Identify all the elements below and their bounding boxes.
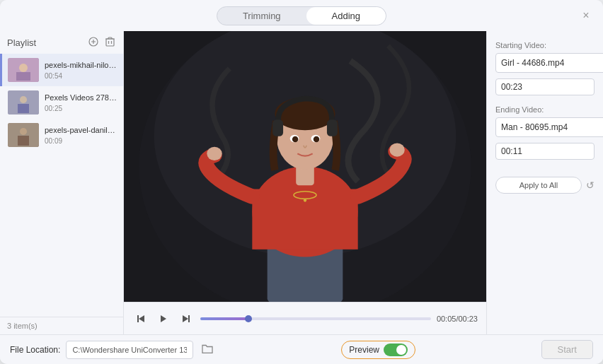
svg-rect-15 xyxy=(18,136,29,146)
tab-adding[interactable]: Adding xyxy=(306,7,386,25)
svg-rect-9 xyxy=(16,72,30,81)
playlist-item-name: Pexels Videos 2785536.mp4 xyxy=(45,93,117,102)
next-button[interactable] xyxy=(178,312,195,326)
playlist: pexels-mikhail-nilov-6740725.mp4 00:54 P… xyxy=(0,54,123,317)
starting-video-row xyxy=(495,53,595,73)
svg-point-11 xyxy=(20,96,27,103)
playlist-item-duration: 00:25 xyxy=(45,105,117,112)
preview-label: Preview xyxy=(349,345,379,355)
start-button[interactable]: Start xyxy=(541,340,593,359)
svg-rect-40 xyxy=(188,315,190,322)
svg-point-32 xyxy=(292,136,299,143)
file-path-input[interactable] xyxy=(66,341,193,359)
tab-group: Trimming Adding xyxy=(217,6,386,25)
svg-point-33 xyxy=(314,136,320,143)
video-area: 00:05/00:23 xyxy=(124,31,486,334)
progress-fill xyxy=(200,317,248,320)
close-button[interactable]: × xyxy=(579,8,593,23)
prev-button[interactable] xyxy=(132,312,149,326)
svg-marker-38 xyxy=(161,315,166,322)
add-item-button[interactable] xyxy=(87,35,100,49)
ending-video-row xyxy=(495,117,595,137)
video-player xyxy=(124,31,486,302)
play-button[interactable] xyxy=(155,312,172,326)
starting-video-section: Starting Video: xyxy=(495,41,595,95)
playlist-thumb xyxy=(8,90,39,115)
playlist-item[interactable]: pexels-pavel-danilyuk-6952840.mp4 00:09 xyxy=(0,119,123,151)
starting-video-input[interactable] xyxy=(495,53,603,73)
svg-point-35 xyxy=(389,143,404,156)
playlist-item-info: pexels-mikhail-nilov-6740725.mp4 00:54 xyxy=(45,60,117,79)
playlist-item-info: Pexels Videos 2785536.mp4 00:25 xyxy=(45,93,117,112)
playlist-item-duration: 00:09 xyxy=(45,137,117,145)
right-panel: Starting Video: Ending Video: xyxy=(486,31,603,334)
ending-video-section: Ending Video: xyxy=(495,105,595,160)
controls-bar: 00:05/00:23 xyxy=(124,302,486,334)
browse-folder-button[interactable] xyxy=(199,342,216,357)
bottom-bar: File Location: Preview Start xyxy=(0,334,603,364)
sidebar: Playlist pexels-mikha xyxy=(0,31,124,334)
playlist-item-duration: 00:54 xyxy=(45,72,117,80)
apply-all-row: Apply to All ↺ xyxy=(495,177,595,194)
svg-rect-29 xyxy=(327,119,338,136)
svg-rect-37 xyxy=(137,315,139,322)
sidebar-header: Playlist xyxy=(0,31,123,54)
svg-point-34 xyxy=(207,147,222,160)
playlist-item[interactable]: Pexels Videos 2785536.mp4 00:25 xyxy=(0,86,123,119)
svg-marker-36 xyxy=(139,315,144,322)
starting-video-time[interactable] xyxy=(495,78,595,95)
svg-rect-28 xyxy=(272,119,283,136)
refresh-button[interactable]: ↺ xyxy=(586,180,595,191)
progress-container xyxy=(200,317,431,320)
preview-toggle[interactable] xyxy=(384,344,408,356)
starting-video-label: Starting Video: xyxy=(495,41,595,49)
playlist-thumb xyxy=(8,123,39,147)
toggle-knob xyxy=(396,345,406,355)
delete-item-button[interactable] xyxy=(104,35,116,49)
preview-toggle-container[interactable]: Preview xyxy=(341,341,415,359)
ending-video-label: Ending Video: xyxy=(495,105,595,114)
playlist-item-name: pexels-mikhail-nilov-6740725.mp4 xyxy=(45,60,117,70)
svg-point-24 xyxy=(304,199,306,201)
apply-to-all-button[interactable]: Apply to All xyxy=(495,177,582,194)
progress-track[interactable] xyxy=(200,317,431,320)
svg-marker-39 xyxy=(183,315,188,322)
svg-rect-3 xyxy=(106,39,114,46)
sidebar-actions xyxy=(87,35,116,49)
playlist-item-info: pexels-pavel-danilyuk-6952840.mp4 00:09 xyxy=(45,125,117,144)
file-location-label: File Location: xyxy=(10,345,60,355)
svg-rect-21 xyxy=(252,189,357,249)
playlist-title: Playlist xyxy=(7,37,36,48)
playlist-thumb xyxy=(8,58,39,82)
title-bar: Trimming Adding × xyxy=(0,0,603,31)
svg-point-14 xyxy=(20,128,27,135)
video-frame xyxy=(124,31,486,302)
progress-thumb[interactable] xyxy=(245,315,252,322)
playlist-item[interactable]: pexels-mikhail-nilov-6740725.mp4 00:54 xyxy=(0,54,123,86)
ending-video-input[interactable] xyxy=(495,117,603,137)
time-display: 00:05/00:23 xyxy=(437,315,478,323)
tab-trimming[interactable]: Trimming xyxy=(217,7,306,25)
svg-rect-12 xyxy=(18,104,29,113)
sidebar-footer: 3 item(s) xyxy=(0,317,123,334)
app-window: Trimming Adding × Playlist xyxy=(0,0,603,364)
main-content: Playlist pexels-mikha xyxy=(0,31,603,334)
ending-video-time[interactable] xyxy=(495,143,595,160)
svg-point-8 xyxy=(19,64,28,72)
playlist-item-name: pexels-pavel-danilyuk-6952840.mp4 xyxy=(45,125,117,135)
